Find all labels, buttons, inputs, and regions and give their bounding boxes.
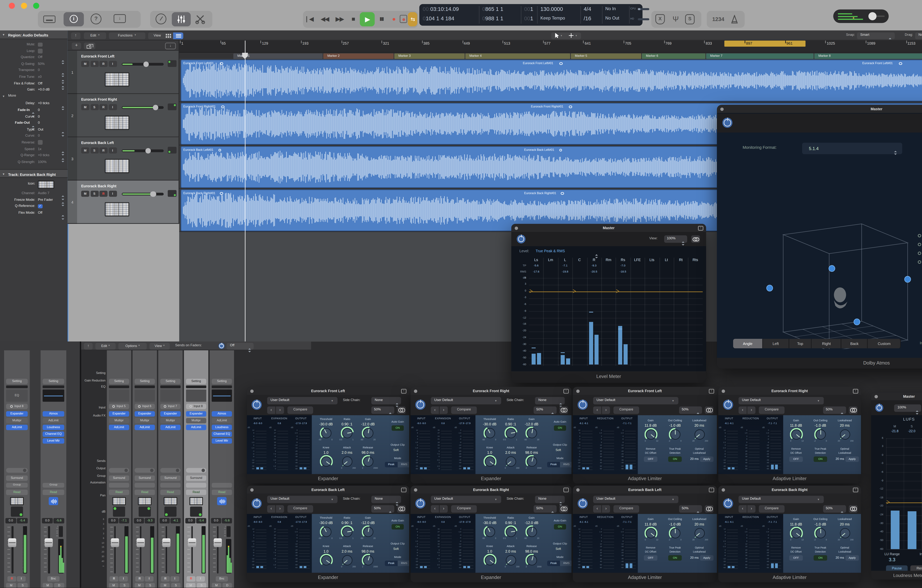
fx-slot-multipr[interactable]: Multipr bbox=[109, 418, 129, 423]
track-volume-slider[interactable] bbox=[122, 149, 163, 152]
track-m-button[interactable]: M bbox=[81, 191, 89, 197]
expander-window[interactable]: Eurorack Front Left↑User Default▾Side Ch… bbox=[247, 387, 409, 483]
toggle-remove[interactable]: OFF bbox=[789, 457, 803, 462]
track-header-3[interactable]: 3Eurorack Back LeftMSRI bbox=[68, 137, 179, 181]
window-titlebar[interactable]: Master↑ bbox=[717, 105, 922, 113]
strip-record-button[interactable]: R bbox=[7, 576, 16, 581]
strip-icon[interactable] bbox=[217, 497, 226, 505]
track-m-button[interactable]: M bbox=[81, 104, 89, 110]
track-inspector-header[interactable]: ▾Track: Eurorack Back Right bbox=[0, 169, 68, 178]
toggle-true-peak[interactable]: ON bbox=[668, 555, 682, 560]
playhead[interactable] bbox=[245, 41, 245, 341]
pan-dot[interactable] bbox=[114, 507, 116, 510]
power-button[interactable] bbox=[219, 343, 225, 349]
quick-help-button[interactable]: ? bbox=[90, 13, 101, 24]
fx-slot-adlimit[interactable]: AdLimit bbox=[186, 425, 206, 430]
menu-edit[interactable]: Edit▾ bbox=[84, 32, 106, 39]
power-button[interactable] bbox=[415, 498, 425, 508]
checkbox[interactable] bbox=[38, 140, 42, 145]
strip-sends-slot[interactable] bbox=[6, 468, 28, 473]
zoom-button[interactable] bbox=[33, 3, 39, 9]
power-button[interactable] bbox=[722, 118, 732, 128]
expander-window[interactable]: Eurorack Front Right↑User Default▾Side C… bbox=[410, 387, 571, 483]
param-value[interactable]: 1x bbox=[38, 147, 61, 152]
fx-slot-expander[interactable]: Expander bbox=[6, 411, 28, 416]
pan-dot[interactable] bbox=[165, 513, 167, 516]
pan-dot[interactable] bbox=[199, 513, 201, 516]
strip-eq-display[interactable]: EQ bbox=[6, 390, 28, 402]
link-icon[interactable] bbox=[849, 505, 858, 512]
knob-ratio[interactable] bbox=[341, 525, 353, 538]
track-icon[interactable] bbox=[105, 116, 129, 130]
strip-icon[interactable] bbox=[138, 497, 151, 505]
strip-eq-display[interactable] bbox=[186, 390, 206, 402]
fx-slot-channel-eq[interactable]: Channel EQ bbox=[212, 431, 232, 437]
strip-record-button[interactable]: R bbox=[110, 576, 118, 581]
scale-select[interactable]: 50% bbox=[371, 406, 394, 413]
more-disclosure-icon[interactable]: ▾ bbox=[3, 95, 7, 99]
expander-window[interactable]: Eurorack Back Left↑User Default▾Side Cha… bbox=[247, 485, 409, 582]
strip-group-slot[interactable]: Group bbox=[6, 483, 28, 488]
strip-mute-button[interactable]: M bbox=[135, 583, 144, 588]
strip-eq-display[interactable] bbox=[43, 390, 64, 402]
preset-select[interactable]: User Default▾ bbox=[267, 397, 337, 404]
minimize-button[interactable] bbox=[21, 3, 27, 9]
power-button[interactable] bbox=[577, 400, 588, 410]
play-button[interactable]: ▶ bbox=[360, 12, 375, 26]
strip-output-button[interactable]: Surround bbox=[186, 475, 206, 481]
next-preset-button[interactable]: › bbox=[747, 406, 755, 413]
next-preset-button[interactable]: › bbox=[602, 505, 610, 512]
strip-db-value[interactable]: -5.4 bbox=[17, 518, 28, 523]
toggle-remove[interactable]: OFF bbox=[644, 457, 657, 462]
solo-kill-icon[interactable]: X bbox=[656, 14, 665, 24]
window-zoom-icon[interactable]: ↑ bbox=[853, 487, 858, 492]
param-value[interactable]: Off bbox=[38, 211, 61, 216]
preset-select[interactable]: User Default▾ bbox=[593, 496, 678, 503]
track-r-button[interactable]: R bbox=[100, 104, 108, 110]
strip-pan[interactable] bbox=[164, 506, 177, 517]
strip-group-slot[interactable] bbox=[135, 483, 155, 488]
strip-record-button[interactable]: R bbox=[161, 576, 170, 581]
strip-icon[interactable] bbox=[164, 497, 177, 505]
power-button[interactable] bbox=[723, 400, 733, 410]
track-pan[interactable] bbox=[168, 190, 177, 197]
fader-cap[interactable] bbox=[8, 538, 16, 547]
next-preset-button[interactable]: › bbox=[276, 505, 284, 512]
knob-out-ceiling[interactable] bbox=[669, 526, 682, 539]
strip-mute-button[interactable]: M bbox=[6, 583, 16, 588]
strip-db-zero[interactable]: 0.0 bbox=[42, 518, 53, 523]
strip-pan[interactable] bbox=[11, 506, 23, 517]
fx-slot-adlimit[interactable]: AdLimit bbox=[212, 418, 232, 423]
param-value[interactable]: ±0 bbox=[38, 75, 61, 80]
marker[interactable]: Marker 5 bbox=[571, 53, 641, 59]
back-button[interactable]: ↑ bbox=[71, 32, 80, 39]
strip-input-monitor-button[interactable]: I bbox=[17, 576, 26, 581]
marker[interactable]: Marker 6 bbox=[642, 53, 706, 59]
next-preset-button[interactable]: › bbox=[747, 505, 755, 512]
object-radio[interactable] bbox=[918, 234, 921, 237]
auto-gain-toggle[interactable]: ON bbox=[392, 425, 404, 431]
param-value[interactable]: Audio 7 bbox=[38, 191, 61, 196]
scale-select[interactable]: 50% bbox=[371, 505, 394, 512]
track-r-button[interactable]: R bbox=[100, 61, 108, 67]
send-knob[interactable] bbox=[23, 469, 26, 472]
track-s-button[interactable]: S bbox=[90, 104, 98, 110]
strip-automation-button[interactable]: Read bbox=[135, 490, 155, 495]
track-s-button[interactable]: S bbox=[90, 61, 98, 67]
pan-dot[interactable] bbox=[168, 61, 170, 63]
volume-knob[interactable] bbox=[153, 105, 159, 110]
track-i-button[interactable]: I bbox=[109, 104, 117, 110]
strip-solo-button[interactable]: S bbox=[197, 583, 206, 588]
volume-knob[interactable] bbox=[143, 61, 149, 67]
link-icon[interactable] bbox=[849, 406, 858, 413]
track-sort-button[interactable]: ↓ bbox=[165, 42, 176, 49]
send-knob[interactable] bbox=[150, 469, 154, 472]
track-icon-thumbnail[interactable] bbox=[38, 181, 54, 189]
adaptive-limiter-window[interactable]: Eurorack Back Right↑User Default▾‹›Compa… bbox=[718, 485, 861, 582]
track-s-button[interactable]: S bbox=[90, 147, 98, 154]
compare-button[interactable]: Compare bbox=[288, 406, 313, 413]
level-mode-row[interactable]: Level:True Peak & RMS bbox=[520, 249, 628, 254]
strip-db-value[interactable]: -5.6 bbox=[222, 518, 232, 523]
strip-automation-button[interactable]: Read bbox=[160, 490, 180, 495]
compare-button[interactable]: Compare bbox=[613, 505, 639, 512]
